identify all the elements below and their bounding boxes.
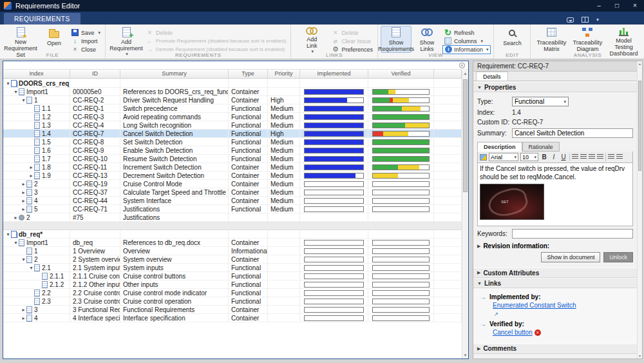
table-row[interactable]: ▾db_req* bbox=[3, 230, 462, 239]
model-testing-dashboard-button[interactable]: Model Testing Dashboard bbox=[605, 26, 641, 53]
feedback-icon[interactable] bbox=[567, 17, 574, 23]
new-requirement-set-button[interactable]: New Requirement Set bbox=[3, 26, 39, 53]
scroll-up-icon[interactable]: ▲ bbox=[462, 72, 468, 75]
column-header-summary[interactable]: Summary bbox=[120, 70, 229, 78]
table-row[interactable]: 1.2CC-REQ-3Avoid repeating commandsFunct… bbox=[3, 113, 462, 121]
table-row[interactable]: 1.1CC-REQ-1Switch precedenceFunctionalMe… bbox=[3, 104, 462, 113]
columns-button[interactable]: Columns▾ bbox=[442, 37, 491, 45]
open-button[interactable]: Open bbox=[39, 26, 70, 53]
collapse-icon[interactable]: ▾ bbox=[13, 88, 19, 95]
add-link-button[interactable]: Add Link▾ bbox=[294, 26, 330, 53]
scroll-down-icon[interactable]: ▼ bbox=[462, 353, 468, 357]
table-row[interactable]: ▾1CC-REQ-2Driver Switch Request Handling… bbox=[3, 96, 462, 104]
show-requirements-toggle[interactable]: Show Requirements bbox=[381, 26, 412, 53]
table-row[interactable]: ▾DOORS_crs_req_func_spec* bbox=[3, 79, 462, 88]
maximize-button[interactable]: □ bbox=[608, 0, 626, 12]
collapse-icon[interactable]: ▾ bbox=[13, 239, 19, 246]
table-row[interactable]: ▸33 Functional Req...Functional Requirem… bbox=[3, 306, 462, 314]
table-row[interactable]: 1.6CC-REQ-9Enable Switch DetectionFuncti… bbox=[3, 146, 462, 155]
tab-description[interactable]: Description bbox=[477, 142, 522, 152]
expand-icon[interactable]: ▸ bbox=[21, 188, 26, 196]
table-row[interactable]: ▸1.9CC-REQ-13Decrement Switch DetectionC… bbox=[3, 172, 462, 180]
show-in-document-button[interactable]: Show in document bbox=[541, 252, 600, 262]
add-requirement-button[interactable]: Add Requirement▾ bbox=[108, 26, 144, 53]
align-center-icon[interactable] bbox=[580, 154, 587, 160]
italic-button[interactable]: I bbox=[550, 153, 558, 161]
bullet-list-icon[interactable] bbox=[608, 154, 614, 160]
align-right-icon[interactable] bbox=[589, 154, 595, 160]
align-left-icon[interactable] bbox=[572, 154, 578, 160]
collapse-icon[interactable]: ▾ bbox=[28, 264, 34, 271]
table-row[interactable]: ▸2#75Justifications bbox=[3, 213, 462, 222]
table-scrollbar[interactable]: ▲ ▼ bbox=[462, 70, 468, 358]
keywords-input[interactable] bbox=[512, 229, 633, 239]
scroll-down-icon[interactable]: ▼ bbox=[638, 354, 642, 358]
table-row[interactable]: ▸4CC-REQ-44System InterfaceContainerMedi… bbox=[3, 197, 462, 205]
tab-rationale[interactable]: Rationale bbox=[522, 142, 560, 152]
expand-icon[interactable]: ▸ bbox=[28, 163, 34, 171]
column-header-type[interactable]: Type bbox=[229, 70, 268, 78]
implemented-by-link[interactable]: Enumerated Constant Switch bbox=[493, 302, 576, 309]
expand-icon[interactable]: ▸ bbox=[21, 197, 26, 204]
align-justify-icon[interactable] bbox=[597, 154, 603, 160]
summary-input[interactable] bbox=[512, 128, 633, 138]
traceability-matrix-button[interactable]: Traceability Matrix bbox=[533, 26, 569, 53]
expand-icon[interactable]: ▸ bbox=[13, 213, 19, 221]
type-dropdown[interactable]: Functional ▾ bbox=[512, 97, 569, 106]
close-button[interactable]: × bbox=[626, 0, 644, 12]
details-scrollbar[interactable]: ▲ ▼ bbox=[637, 61, 642, 358]
expand-icon[interactable]: ▸ bbox=[28, 172, 34, 179]
underline-button[interactable]: U bbox=[560, 153, 567, 161]
collapse-ribbon-icon[interactable]: ▾ bbox=[596, 17, 599, 23]
revision-information-toggle[interactable]: ▶ Revision information: bbox=[477, 242, 633, 250]
column-header-index[interactable]: Index bbox=[3, 70, 70, 78]
verified-by-link[interactable]: Cancel button bbox=[493, 329, 533, 336]
table-row[interactable]: ▸44 Interface specif...Interface specifi… bbox=[3, 314, 462, 322]
table-row[interactable]: ▸2CC-REQ-19Cruise Control ModeContainerM… bbox=[3, 180, 462, 188]
table-row[interactable]: 1.7CC-REQ-10Resume Switch DetectionFunct… bbox=[3, 155, 462, 163]
expand-icon[interactable]: ▸ bbox=[21, 306, 26, 313]
expand-icon[interactable]: ▸ bbox=[21, 205, 26, 213]
section-properties[interactable]: ▼ Properties bbox=[473, 82, 637, 92]
column-header-implemented[interactable]: Implemented bbox=[300, 70, 368, 78]
refresh-button[interactable]: ↻ Refresh bbox=[442, 28, 491, 37]
bold-button[interactable]: B bbox=[540, 153, 548, 161]
table-row[interactable]: ▾Import1000005e0References to DOORS_crs_… bbox=[3, 88, 462, 96]
table-row[interactable]: 2.1.12.1.1 Cruise cont...Cruise control … bbox=[3, 272, 462, 280]
layout-icon[interactable] bbox=[582, 17, 589, 23]
section-custom-attributes[interactable]: ▶ Custom Attributes bbox=[473, 268, 637, 278]
column-header-id[interactable]: ID bbox=[70, 70, 120, 78]
table-row[interactable]: ▸3CC-REQ-37Calculate Target Speed and Th… bbox=[3, 188, 462, 197]
unlock-button[interactable]: Unlock bbox=[603, 252, 633, 262]
table-row[interactable]: ▾Import1db_reqReferences to db_req.docxC… bbox=[3, 239, 462, 247]
table-row[interactable]: ▸5CC-REQ-71JustificationsFunctionalMediu… bbox=[3, 205, 462, 213]
numbered-list-icon[interactable] bbox=[616, 154, 623, 160]
table-row[interactable]: 2.1.22.1.2 Other inputsOther inputsFunct… bbox=[3, 280, 462, 289]
scroll-up-icon[interactable]: ▲ bbox=[638, 62, 642, 66]
expand-icon[interactable]: ▸ bbox=[21, 180, 26, 188]
tab-details[interactable]: Details bbox=[476, 72, 508, 81]
font-family-dropdown[interactable]: Arial▾ bbox=[489, 153, 518, 161]
column-header-priority[interactable]: Priority bbox=[268, 70, 300, 78]
collapse-icon[interactable]: ▾ bbox=[21, 96, 26, 104]
table-row[interactable]: 1.3CC-REQ-4Long Switch recognitionFuncti… bbox=[3, 121, 462, 130]
traceability-diagram-button[interactable]: Traceability Diagram bbox=[569, 26, 605, 53]
panel-options-icon[interactable] bbox=[459, 63, 465, 68]
save-button[interactable]: Save▾ bbox=[70, 28, 102, 37]
collapse-icon[interactable]: ▾ bbox=[5, 79, 11, 87]
scrollbar-thumb[interactable] bbox=[638, 81, 641, 171]
table-row[interactable]: ▾2.12.1 System inputsSystem inputsFuncti… bbox=[3, 264, 462, 272]
column-header-verified[interactable]: Verified bbox=[368, 70, 434, 78]
scrollbar-thumb[interactable] bbox=[463, 79, 468, 192]
table-row[interactable]: ▾22 System overviewSystem overviewContai… bbox=[3, 255, 462, 264]
search-button[interactable]: Search bbox=[497, 26, 527, 53]
font-size-dropdown[interactable]: 10▾ bbox=[520, 153, 538, 161]
table-row[interactable]: 1.5CC-REQ-8Set Switch DetectionFunctiona… bbox=[3, 138, 462, 146]
insert-image-icon[interactable] bbox=[480, 154, 487, 161]
expand-icon[interactable]: ▸ bbox=[21, 314, 26, 322]
table-row[interactable]: 1.4CC-REQ-7Cancel Switch DetectionFuncti… bbox=[3, 130, 462, 138]
description-editor[interactable]: If the Cancel switch is pressed, the val… bbox=[477, 163, 633, 226]
table-row[interactable]: ▸1.8CC-REQ-11Increment Switch DetectionC… bbox=[3, 163, 462, 172]
table-row[interactable]: 11 OverviewOverviewInformational bbox=[3, 247, 462, 255]
section-comments[interactable]: ▶ Comments bbox=[473, 344, 637, 354]
